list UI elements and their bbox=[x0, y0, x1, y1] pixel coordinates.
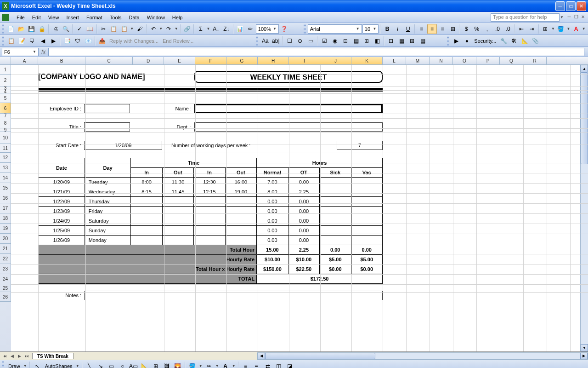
cell-in2[interactable] bbox=[194, 216, 225, 226]
drawing-button[interactable]: ✏ bbox=[245, 24, 255, 34]
col-header-L[interactable]: L bbox=[383, 57, 406, 64]
sheet-tab[interactable]: TS With Break bbox=[32, 353, 74, 359]
macro-button[interactable]: 📎 bbox=[530, 36, 540, 46]
print-button[interactable]: 🖨 bbox=[51, 24, 61, 34]
font-color-button[interactable]: A bbox=[220, 361, 231, 368]
dash-style-button[interactable]: ┅ bbox=[252, 361, 262, 368]
txr-ot[interactable]: $22.50 bbox=[288, 264, 319, 274]
cell-ot[interactable]: 0.00 bbox=[288, 216, 319, 226]
cell-out2[interactable] bbox=[225, 207, 256, 216]
oval-button[interactable]: ○ bbox=[118, 361, 128, 368]
tab-last-icon[interactable]: ⏭ bbox=[23, 352, 30, 360]
forms-button[interactable]: ab| bbox=[271, 36, 281, 46]
row-header-24[interactable]: 24 bbox=[0, 274, 11, 284]
3d-button[interactable]: ◪ bbox=[285, 361, 295, 368]
horizontal-scrollbar[interactable]: ◀ ▶ bbox=[257, 352, 588, 360]
txr-sick[interactable]: $0.00 bbox=[320, 264, 351, 274]
row-header-10[interactable]: 10 bbox=[0, 132, 11, 144]
menu-insert[interactable]: Insert bbox=[62, 14, 83, 21]
row-header-25[interactable]: 25 bbox=[0, 284, 11, 292]
fx-icon[interactable]: fx bbox=[41, 49, 45, 55]
row-header-9[interactable]: 9 bbox=[0, 128, 11, 132]
cell-vac[interactable] bbox=[351, 187, 382, 197]
col-header-E[interactable]: E bbox=[164, 57, 195, 64]
col-header-R[interactable]: R bbox=[523, 57, 547, 64]
macro-button[interactable]: 🔧 bbox=[498, 36, 509, 46]
sort-desc-button[interactable]: Z↓ bbox=[221, 24, 232, 34]
col-header-P[interactable]: P bbox=[476, 57, 500, 64]
review-button[interactable]: ▶ bbox=[48, 36, 58, 46]
doc-close-button[interactable]: ✕ bbox=[580, 14, 586, 21]
cell-date[interactable]: 1/21/09 bbox=[39, 187, 85, 197]
menu-format[interactable]: Format bbox=[83, 14, 106, 21]
macro-button[interactable]: ● bbox=[462, 36, 472, 46]
vertical-scrollbar[interactable]: ▲ ▼ bbox=[580, 65, 588, 351]
col-header-M[interactable]: M bbox=[406, 57, 430, 64]
macro-button[interactable]: 📐 bbox=[520, 36, 530, 46]
copy-button[interactable]: 📋 bbox=[109, 24, 119, 34]
wordart-button[interactable]: 📐 bbox=[140, 361, 150, 368]
cell-in1[interactable] bbox=[131, 207, 162, 216]
rate-ot[interactable]: $10.00 bbox=[288, 255, 319, 264]
forms-button[interactable]: ☐ bbox=[284, 36, 294, 46]
forms-button[interactable]: ⊞ bbox=[407, 36, 417, 46]
row-header-6[interactable]: 6 bbox=[0, 103, 11, 114]
row-header-15[interactable]: 15 bbox=[0, 183, 11, 193]
rate-sick[interactable]: $5.00 bbox=[320, 255, 351, 264]
forms-button[interactable]: ◉ bbox=[330, 36, 340, 46]
review-button[interactable]: 📑 bbox=[62, 36, 72, 46]
borders-dropdown-icon[interactable]: ▼ bbox=[551, 27, 555, 31]
undo-button[interactable]: ↶ bbox=[148, 24, 158, 34]
row-header-16[interactable]: 16 bbox=[0, 193, 11, 203]
tab-next-icon[interactable]: ▶ bbox=[16, 352, 23, 360]
txr-vac[interactable]: $0.00 bbox=[351, 264, 382, 274]
empid-input[interactable] bbox=[84, 104, 130, 113]
select-all-corner[interactable] bbox=[0, 57, 11, 64]
link-button[interactable]: 🔗 bbox=[182, 24, 192, 34]
cell-normal[interactable]: 0.00 bbox=[257, 216, 288, 226]
cell-day[interactable]: Saturday bbox=[85, 216, 131, 226]
review-button[interactable]: 📧 bbox=[83, 36, 93, 46]
forms-button[interactable]: ◧ bbox=[372, 36, 382, 46]
underline-button[interactable]: U bbox=[403, 24, 413, 34]
row-header-2[interactable]: 2 bbox=[0, 75, 11, 86]
cell-day[interactable]: Thursday bbox=[85, 197, 131, 207]
days-input[interactable]: 7 bbox=[337, 141, 383, 150]
cell-ot[interactable]: 0.00 bbox=[288, 197, 319, 207]
row-header-19[interactable]: 19 bbox=[0, 224, 11, 234]
forms-button[interactable]: ▤ bbox=[418, 36, 428, 46]
cell-day[interactable]: Friday bbox=[85, 207, 131, 216]
research-button[interactable]: 📖 bbox=[85, 24, 95, 34]
cells-area[interactable]: [COMPANY LOGO AND NAME] WEEKLY TIME SHEE… bbox=[11, 65, 588, 351]
cell-date[interactable]: 1/22/09 bbox=[39, 197, 85, 207]
cell-in1[interactable] bbox=[131, 216, 162, 226]
arrow-button[interactable]: ↘ bbox=[96, 361, 106, 368]
preview-button[interactable]: 🔍 bbox=[61, 24, 71, 34]
forms-button[interactable]: ⊟ bbox=[340, 36, 351, 46]
toolbar-grip[interactable] bbox=[304, 24, 306, 34]
cell-in2[interactable] bbox=[194, 207, 225, 216]
cell-out2[interactable] bbox=[225, 197, 256, 207]
maximize-button[interactable]: ▭ bbox=[566, 1, 576, 11]
row-header-11[interactable]: 11 bbox=[0, 144, 11, 153]
cell-ot[interactable]: 2.25 bbox=[288, 187, 319, 197]
toolbar-grip[interactable] bbox=[447, 36, 449, 46]
shadow-button[interactable]: ◫ bbox=[274, 361, 284, 368]
cell-date[interactable]: 1/20/09 bbox=[39, 178, 85, 187]
arrow-style-button[interactable]: ⇄ bbox=[263, 361, 273, 368]
cell-out1[interactable] bbox=[162, 197, 193, 207]
cell-out1[interactable] bbox=[162, 216, 193, 226]
tab-prev-icon[interactable]: ◀ bbox=[8, 352, 16, 360]
totalhour-vac[interactable]: 0.00 bbox=[351, 245, 382, 255]
col-header-I[interactable]: I bbox=[289, 57, 320, 64]
cell-out2[interactable]: 19:00 bbox=[225, 187, 256, 197]
textbox-button[interactable]: A▭ bbox=[129, 361, 139, 368]
spell-button[interactable]: ✓ bbox=[74, 24, 85, 34]
row-header-7[interactable]: 7 bbox=[0, 114, 11, 118]
open-button[interactable]: 📂 bbox=[17, 24, 27, 34]
paste-button[interactable]: 📋 bbox=[119, 24, 130, 34]
toolbar-grip[interactable] bbox=[2, 361, 4, 368]
cell-day[interactable]: Wednesday bbox=[85, 187, 131, 197]
doc-restore-button[interactable]: ❐ bbox=[573, 14, 579, 21]
review-button[interactable]: 📤 bbox=[97, 36, 107, 46]
